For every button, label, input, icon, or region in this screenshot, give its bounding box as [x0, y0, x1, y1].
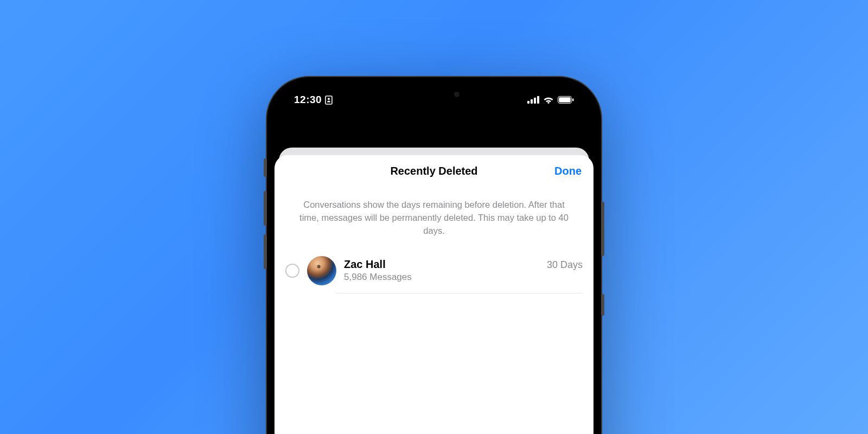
svg-rect-3: [531, 99, 533, 104]
info-text: Conversations show the days remaining be…: [294, 199, 574, 238]
status-right: [527, 96, 574, 104]
side-button-lower: [601, 294, 604, 316]
background: 12:30: [0, 0, 868, 434]
phone-frame: 12:30: [266, 76, 602, 434]
phone-mockup: 12:30: [266, 76, 602, 434]
phone-screen: 12:30: [275, 85, 593, 434]
svg-rect-8: [559, 97, 571, 103]
nav-bar: Recently Deleted Done: [275, 155, 593, 187]
row-divider: [336, 293, 583, 293]
select-circle[interactable]: [285, 264, 299, 278]
wifi-icon: [543, 96, 554, 104]
volume-up-button: [264, 191, 267, 226]
side-button: [601, 202, 604, 256]
svg-rect-4: [534, 98, 536, 104]
svg-rect-9: [572, 99, 574, 101]
svg-rect-2: [527, 101, 529, 104]
status-time: 12:30: [294, 94, 322, 106]
mute-switch: [264, 158, 267, 177]
page-title: Recently Deleted: [390, 165, 477, 177]
avatar: [307, 256, 336, 285]
days-remaining: 30 Days: [547, 259, 583, 271]
svg-point-6: [547, 102, 549, 104]
row-top: Zac Hall 30 Days: [344, 258, 583, 271]
sim-icon: [325, 95, 333, 105]
svg-rect-0: [326, 96, 332, 104]
conversation-row[interactable]: Zac Hall 30 Days 5,986 Messages: [275, 251, 593, 293]
sheet-backdrop: Recently Deleted Done Conversations show…: [275, 115, 593, 434]
cellular-icon: [527, 96, 539, 104]
svg-rect-5: [537, 96, 539, 104]
recently-deleted-sheet: Recently Deleted Done Conversations show…: [275, 155, 593, 434]
battery-icon: [558, 96, 574, 104]
svg-point-1: [328, 98, 330, 100]
message-count: 5,986 Messages: [344, 272, 583, 283]
notch: [377, 85, 491, 104]
done-button[interactable]: Done: [554, 165, 582, 177]
row-main: Zac Hall 30 Days 5,986 Messages: [344, 258, 583, 283]
volume-down-button: [264, 234, 267, 269]
conversation-name: Zac Hall: [344, 258, 386, 271]
status-left: 12:30: [294, 94, 333, 106]
